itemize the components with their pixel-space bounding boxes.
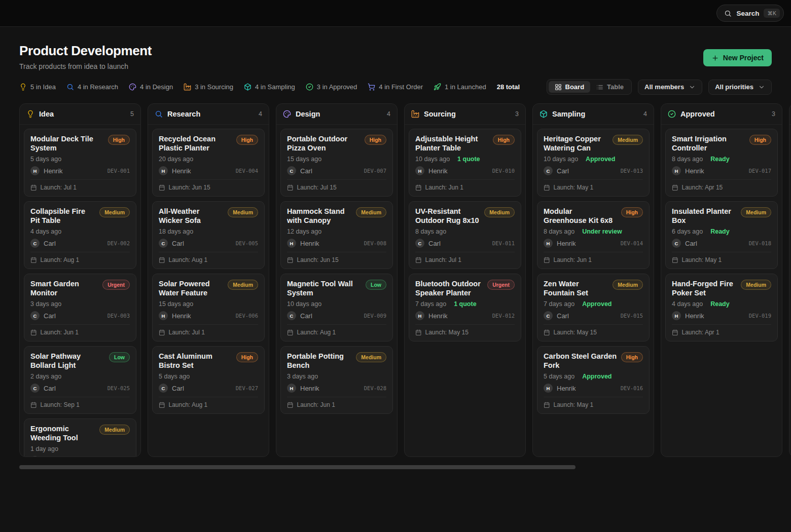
project-card-dev-012[interactable]: Bluetooth Outdoor Speaker Planter Urgent… — [409, 274, 521, 341]
priority-badge: Urgent — [487, 280, 515, 290]
card-title: Insulated Planter Box — [672, 207, 737, 225]
assignee-name: Henrik — [172, 167, 191, 175]
card-id: DEV-002 — [107, 240, 130, 246]
calendar-icon — [415, 257, 422, 263]
avatar: C — [159, 239, 168, 248]
project-card-dev-007[interactable]: Portable Outdoor Pizza Oven High 15 days… — [280, 129, 393, 197]
stat-label: 3 in Approved — [317, 83, 357, 91]
card-id: DEV-017 — [749, 168, 771, 174]
project-card-dev-011[interactable]: UV-Resistant Outdoor Rug 8x10 Medium 8 d… — [409, 201, 521, 269]
search-shortcut-badge: ⌘K — [764, 9, 780, 18]
card-id: DEV-016 — [621, 385, 643, 391]
card-age: 4 days ago — [672, 300, 703, 308]
card-title: All-Weather Wicker Sofa — [159, 207, 224, 225]
priority-badge: High — [621, 207, 643, 217]
project-card-dev-017[interactable]: Smart Irrigation Controller High 8 days … — [665, 129, 778, 197]
stat-4-in-sampling: 4 in Sampling — [244, 83, 295, 91]
project-card-dev-009[interactable]: Magnetic Tool Wall System Low 10 days ag… — [280, 274, 393, 341]
card-title: Portable Outdoor Pizza Oven — [287, 134, 361, 153]
project-card-dev-010[interactable]: Adjustable Height Planter Table High 10 … — [409, 129, 521, 197]
launch-date: Launch: Aug 1 — [169, 401, 208, 408]
priority-badge: Medium — [99, 425, 130, 435]
project-card-dev-015[interactable]: Zen Water Fountain Set Medium 7 days ago… — [537, 274, 650, 341]
card-age: 5 days ago — [30, 156, 61, 163]
assignee-name: Henrik — [300, 240, 319, 247]
card-age: 3 days ago — [287, 373, 318, 380]
column-first-order: First Order 4 — [789, 103, 791, 457]
calendar-icon — [672, 329, 678, 336]
project-card-dev-002[interactable]: Collapsible Fire Pit Table Medium 4 days… — [24, 201, 136, 269]
card-age: 1 day ago — [30, 445, 58, 452]
card-title: Smart Irrigation Controller — [672, 134, 745, 153]
column-header: Design 4 — [276, 104, 397, 125]
column-sampling: Sampling 4 Heritage Copper Watering Can … — [532, 103, 654, 457]
column-count: 4 — [259, 110, 262, 118]
avatar: C — [544, 311, 553, 320]
calendar-icon — [672, 257, 678, 263]
column-count: 4 — [387, 110, 390, 118]
assignee-name: Carl — [300, 312, 312, 320]
avatar: C — [30, 239, 40, 248]
avatar: H — [672, 311, 681, 320]
project-card-dev-008[interactable]: Hammock Stand with Canopy Medium 12 days… — [280, 201, 393, 269]
project-card-dev-001[interactable]: Modular Deck Tile System High 5 days ago… — [24, 129, 136, 197]
card-status: Under review — [582, 228, 622, 235]
launch-date: Launch: Aug 1 — [297, 329, 336, 336]
avatar: H — [30, 166, 40, 175]
project-card-dev-025[interactable]: Solar Pathway Bollard Light Low 2 days a… — [24, 346, 136, 414]
assignee-name: Henrik — [428, 312, 448, 320]
column-cards: Heritage Copper Watering Can Medium 10 d… — [533, 125, 654, 418]
view-option-table[interactable]: Table — [590, 81, 630, 93]
column-design: Design 4 Portable Outdoor Pizza Oven Hig… — [276, 103, 398, 457]
project-card-dev-014[interactable]: Modular Greenhouse Kit 6x8 High 8 days a… — [537, 201, 650, 269]
horizontal-scrollbar[interactable] — [19, 465, 772, 469]
stat-label: 4 in Design — [140, 83, 173, 91]
page-subtitle: Track products from idea to launch — [19, 62, 152, 70]
project-card-dev-028[interactable]: Portable Potting Bench Medium 3 days ago… — [280, 346, 393, 414]
avatar: H — [544, 239, 553, 248]
card-age: 5 days ago — [159, 373, 190, 380]
project-card-dev-018[interactable]: Insulated Planter Box Medium 6 days ago … — [665, 201, 778, 269]
check-circle-icon — [306, 83, 313, 91]
scrollbar-thumb[interactable] — [19, 465, 576, 469]
stats-toolbar-row: 5 in Idea4 in Research4 in Design3 in So… — [19, 79, 772, 95]
avatar: C — [159, 384, 168, 393]
card-id: DEV-027 — [236, 385, 258, 391]
project-card-dev-004[interactable]: Recycled Ocean Plastic Planter High 20 d… — [152, 129, 265, 197]
launch-date: Launch: May 15 — [554, 329, 597, 336]
priority-badge: Medium — [613, 135, 643, 145]
calendar-icon — [159, 329, 165, 336]
project-card-dev-013[interactable]: Heritage Copper Watering Can Medium 10 d… — [537, 129, 650, 197]
project-card-dev-006[interactable]: Solar Powered Water Feature Medium 15 da… — [152, 274, 265, 341]
project-card-dev-005[interactable]: All-Weather Wicker Sofa Medium 18 days a… — [152, 201, 265, 269]
card-age: 7 days ago — [415, 300, 446, 308]
card-title: Heritage Copper Watering Can — [544, 134, 608, 153]
card-status: Ready — [710, 228, 730, 235]
project-card-dev-027[interactable]: Cast Aluminum Bistro Set High 5 days ago… — [152, 346, 265, 414]
filter-all-priorities[interactable]: All priorities — [708, 80, 772, 95]
launch-date: Launch: Jul 1 — [425, 256, 461, 263]
card-status: 1 quote — [454, 300, 476, 308]
card-age: 10 days ago — [287, 300, 321, 308]
assignee-name: Henrik — [172, 312, 191, 320]
assignee-name: Carl — [685, 240, 697, 247]
calendar-icon — [544, 257, 550, 263]
card-age: 7 days ago — [544, 300, 574, 308]
new-project-button[interactable]: New Project — [703, 49, 772, 66]
card-title: Magnetic Tool Wall System — [287, 279, 362, 297]
lightbulb-icon — [19, 83, 27, 91]
project-card-dev-026[interactable]: Ergonomic Weeding Tool Medium 1 day ago … — [24, 419, 136, 457]
avatar: H — [30, 456, 40, 457]
calendar-icon — [30, 257, 37, 263]
avatar: C — [287, 166, 296, 175]
search-button[interactable]: Search ⌘K — [716, 5, 784, 22]
filter-all-members[interactable]: All members — [638, 80, 702, 95]
card-age: 5 days ago — [544, 373, 574, 380]
priority-badge: High — [236, 352, 258, 362]
list-icon — [596, 84, 603, 91]
card-id: DEV-003 — [107, 313, 130, 319]
project-card-dev-016[interactable]: Carbon Steel Garden Fork High 5 days ago… — [537, 346, 650, 414]
view-option-board[interactable]: Board — [549, 81, 591, 93]
project-card-dev-003[interactable]: Smart Garden Monitor Urgent 3 days ago C… — [24, 274, 136, 341]
project-card-dev-019[interactable]: Hand-Forged Fire Poker Set Medium 4 days… — [665, 274, 778, 341]
